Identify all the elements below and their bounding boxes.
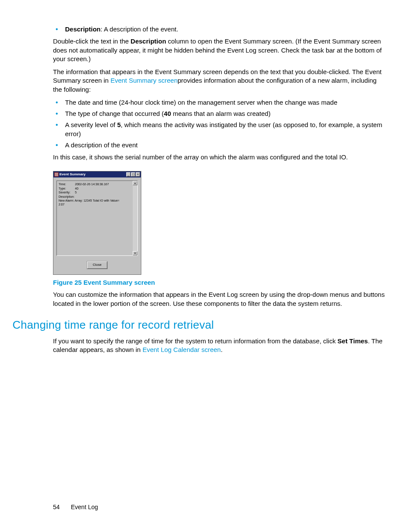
- window-buttons: _ □ ×: [126, 172, 140, 177]
- list-item: Description: A description of the event.: [53, 25, 387, 34]
- text: If you want to specify the range of time…: [53, 337, 337, 345]
- time-value: 2002-02-26 14:38:38.167: [75, 183, 109, 186]
- section-heading: Changing time range for record retrieval: [12, 317, 387, 333]
- footer-section: Event Log: [71, 504, 98, 510]
- page: Description: A description of the event.…: [0, 0, 411, 532]
- text: Double-click the text in the: [53, 37, 131, 45]
- paragraph: Double-click the text in the Description…: [53, 37, 387, 63]
- text: means that an alarm was created): [171, 110, 271, 117]
- severity-label: Severity:: [59, 190, 75, 194]
- close-button[interactable]: Close: [87, 261, 107, 269]
- link-event-log-calendar[interactable]: Event Log Calendar screen: [143, 346, 221, 353]
- list-item: The type of change that occurred (40 mea…: [53, 109, 387, 118]
- list-text: A description of the event: [65, 141, 137, 149]
- list-text: The date and time (24-hour clock time) o…: [65, 99, 337, 106]
- bold: 40: [164, 110, 171, 117]
- close-x-button[interactable]: ×: [136, 172, 140, 177]
- minimize-button[interactable]: _: [126, 172, 131, 177]
- page-footer: 54 Event Log: [53, 503, 98, 511]
- window-titlebar: Event Summary _ □ ×: [53, 171, 141, 177]
- text: A severity level of: [65, 121, 117, 128]
- description-value: New Alarm: Array: 12345 Total IO with Va…: [59, 199, 119, 202]
- paragraph: If you want to specify the range of time…: [53, 337, 387, 355]
- bold: Set Times: [337, 337, 368, 345]
- paragraph: You can customize the information that a…: [53, 290, 387, 308]
- text: The type of change that occurred (: [65, 110, 164, 117]
- scrollbar[interactable]: ▲ ▼: [133, 181, 137, 255]
- list-text: : A description of the event.: [101, 25, 178, 33]
- scroll-up-icon[interactable]: ▲: [133, 181, 137, 185]
- type-value: 40: [75, 187, 78, 190]
- description-value-2: 2:07: [59, 203, 65, 206]
- type-label: Type:: [59, 187, 75, 190]
- window-client: Time:2002-02-26 14:38:38.167 Type:40 Sev…: [53, 177, 141, 274]
- paragraph: In this case, it shows the serial number…: [53, 153, 387, 162]
- textarea-content: Time:2002-02-26 14:38:38.167 Type:40 Sev…: [57, 181, 133, 255]
- figure-caption: Figure 25 Event Summary screen: [53, 278, 387, 287]
- bold: Description: [131, 37, 166, 45]
- text: .: [221, 346, 222, 353]
- severity-value: 5: [75, 191, 77, 194]
- bullet-list-top: Description: A description of the event.: [53, 25, 387, 34]
- description-label: Description:: [59, 195, 75, 198]
- bold: 5: [117, 121, 121, 128]
- app-icon: [54, 172, 59, 177]
- scroll-down-icon[interactable]: ▼: [133, 251, 137, 255]
- page-number: 54: [53, 504, 60, 510]
- button-row: Close: [56, 256, 138, 271]
- window-title: Event Summary: [59, 172, 125, 177]
- link-event-summary-screen[interactable]: Event Summary screen: [110, 77, 177, 84]
- list-item: The date and time (24-hour clock time) o…: [53, 98, 387, 107]
- maximize-button[interactable]: □: [131, 172, 135, 177]
- list-item: A description of the event: [53, 141, 387, 149]
- time-label: Time:: [59, 182, 75, 186]
- term: Description: [65, 25, 101, 33]
- event-details-textarea[interactable]: Time:2002-02-26 14:38:38.167 Type:40 Sev…: [56, 180, 138, 256]
- bullet-list-main: The date and time (24-hour clock time) o…: [53, 98, 387, 149]
- event-summary-window: Event Summary _ □ × Time:2002-02-26 14:3…: [53, 171, 141, 275]
- content-column: Description: A description of the event.…: [53, 25, 387, 354]
- list-item: A severity level of 5, which means the a…: [53, 121, 387, 138]
- paragraph: The information that appears in the Even…: [53, 68, 387, 94]
